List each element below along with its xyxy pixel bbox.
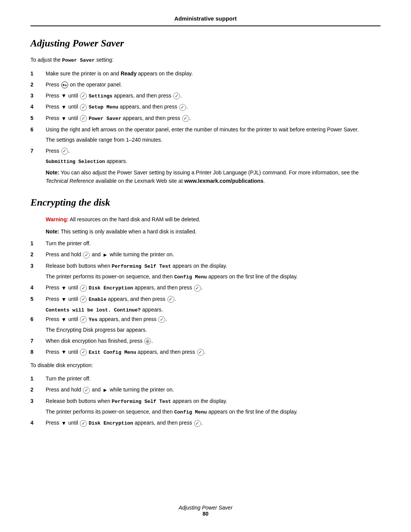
step-content: Press and hold ✓ and ► while turning the… bbox=[46, 386, 381, 394]
step-1-4: 4 Press ▼ until ✓ Setup Menu appears, an… bbox=[30, 103, 381, 111]
step-2-3: 3 Release both buttons when Performing S… bbox=[30, 262, 381, 281]
check-icon: ✓ bbox=[194, 285, 201, 292]
check-icon: ✓ bbox=[80, 316, 87, 323]
step-content: When disk encryption has finished, press… bbox=[46, 337, 381, 345]
step-content: Using the right and left arrows on the o… bbox=[46, 126, 381, 144]
footer-page: 80 bbox=[0, 511, 411, 517]
header-rule bbox=[30, 26, 381, 26]
step-num: 3 bbox=[30, 262, 46, 281]
page-header: Administrative support bbox=[30, 15, 381, 26]
step-content: Press ▼ until ✓ Exit Config Menu appears… bbox=[46, 348, 381, 356]
step-content: Press ▼ until ✓ Enable appears, and then… bbox=[46, 295, 381, 304]
down-arrow-icon: ▼ bbox=[61, 115, 67, 123]
section2-warning: Warning: All resources on the hard disk … bbox=[46, 215, 381, 224]
step-num: 2 bbox=[30, 81, 46, 89]
check-icon: ✓ bbox=[83, 252, 90, 259]
down-arrow-icon: ▼ bbox=[61, 92, 67, 100]
step-1-3: 3 Press ▼ until ✓ Settings appears, and … bbox=[30, 92, 381, 100]
step-2-7: 7 When disk encryption has finished, pre… bbox=[30, 337, 381, 345]
section1-intro: To adjust the Power Saver setting: bbox=[30, 56, 381, 64]
step-2-2: 2 Press and hold ✓ and ► while turning t… bbox=[30, 251, 381, 259]
check-icon: ✓ bbox=[197, 349, 204, 356]
footer-text: Adjusting Power Saver bbox=[0, 505, 411, 511]
down-arrow-icon: ▼ bbox=[61, 284, 67, 292]
step-content: Release both buttons when Performing Sel… bbox=[46, 397, 381, 416]
step-1-5: 5 Press ▼ until ✓ Power Saver appears, a… bbox=[30, 114, 381, 123]
step-num: 3 bbox=[30, 397, 46, 416]
down-arrow-icon: ▼ bbox=[61, 348, 67, 356]
step-num: 2 bbox=[30, 251, 46, 259]
check-icon: ✓ bbox=[80, 349, 87, 356]
step-num: 6 bbox=[30, 315, 46, 334]
step-1-1: 1 Make sure the printer is on and Ready … bbox=[30, 70, 381, 78]
step-content: Press 🗝 on the operator panel. bbox=[46, 81, 381, 89]
section2-note-top: Note: This setting is only available whe… bbox=[46, 227, 381, 236]
step-num: 7 bbox=[30, 337, 46, 345]
key-icon: 🗝 bbox=[61, 81, 68, 88]
check-icon: ✓ bbox=[194, 420, 201, 427]
step-num: 5 bbox=[30, 295, 46, 304]
contents-will-be-lost-line: Contents will be lost. Continue? appears… bbox=[46, 307, 381, 313]
check-icon: ✓ bbox=[61, 148, 68, 155]
step-content: Press ▼ until ✓ Power Saver appears, and… bbox=[46, 114, 381, 123]
down-arrow-icon: ▼ bbox=[61, 103, 67, 111]
step-num: 4 bbox=[30, 103, 46, 111]
step-1-2: 2 Press 🗝 on the operator panel. bbox=[30, 81, 381, 89]
right-arrow-icon: ► bbox=[102, 251, 108, 259]
globe-icon bbox=[144, 338, 151, 345]
submitting-selection-line: Submitting Selection appears. bbox=[46, 158, 381, 165]
section2-title: Encrypting the disk bbox=[30, 197, 381, 208]
step-content: Make sure the printer is on and Ready ap… bbox=[46, 70, 381, 78]
step-content: Press ▼ until ✓ Settings appears, and th… bbox=[46, 92, 381, 100]
note-label: Note: bbox=[46, 169, 59, 176]
step-num: 1 bbox=[30, 70, 46, 78]
down-arrow-icon: ▼ bbox=[61, 296, 67, 304]
step-num: 4 bbox=[30, 284, 46, 292]
step-num: 5 bbox=[30, 114, 46, 123]
step-content: Turn the printer off. bbox=[46, 240, 381, 248]
step-content: Turn the printer off. bbox=[46, 375, 381, 383]
check-icon: ✓ bbox=[158, 316, 165, 323]
step-2-8: 8 Press ▼ until ✓ Exit Config Menu appea… bbox=[30, 348, 381, 356]
step-2-3-sub: The printer performs its power-on sequen… bbox=[46, 273, 381, 281]
step-2-4: 4 Press ▼ until ✓ Disk Encryption appear… bbox=[30, 284, 381, 292]
step-2-1: 1 Turn the printer off. bbox=[30, 240, 381, 248]
check-icon: ✓ bbox=[80, 93, 87, 99]
section2-steps-a-cont: 6 Press ▼ until ✓ Yes appears, and then … bbox=[30, 315, 381, 356]
step-num: 8 bbox=[30, 348, 46, 356]
step-content: Press and hold ✓ and ► while turning the… bbox=[46, 251, 381, 259]
step-content: Press ▼ until ✓ Yes appears, and then pr… bbox=[46, 315, 381, 334]
check-icon: ✓ bbox=[179, 104, 186, 111]
disable-intro: To disable disk encryption: bbox=[30, 361, 381, 369]
step-num: 7 bbox=[30, 147, 46, 155]
step-content: Press ▼ until ✓ Disk Encryption appears,… bbox=[46, 419, 381, 427]
header-title: Administrative support bbox=[174, 15, 237, 24]
section1-title: Adjusting Power Saver bbox=[30, 38, 381, 49]
step-2-5: 5 Press ▼ until ✓ Enable appears, and th… bbox=[30, 295, 381, 304]
step-content: Press ▼ until ✓ Setup Menu appears, and … bbox=[46, 103, 381, 111]
check-icon: ✓ bbox=[83, 387, 90, 394]
step-1-6: 6 Using the right and left arrows on the… bbox=[30, 126, 381, 144]
step-content: Release both buttons when Performing Sel… bbox=[46, 262, 381, 281]
step-content: Press ✓. bbox=[46, 147, 381, 155]
page-footer: Adjusting Power Saver 80 bbox=[0, 505, 411, 517]
step-b-4: 4 Press ▼ until ✓ Disk Encryption appear… bbox=[30, 419, 381, 427]
right-arrow-icon: ► bbox=[102, 386, 108, 394]
step-num: 4 bbox=[30, 419, 46, 427]
section1-note: Note: You can also adjust the Power Save… bbox=[46, 168, 381, 185]
note-label: Note: bbox=[46, 228, 59, 235]
down-arrow-icon: ▼ bbox=[61, 419, 67, 427]
step-num: 1 bbox=[30, 240, 46, 248]
step-num: 3 bbox=[30, 92, 46, 100]
check-icon: ✓ bbox=[80, 296, 87, 303]
step-num: 2 bbox=[30, 386, 46, 394]
section1-steps: 1 Make sure the printer is on and Ready … bbox=[30, 70, 381, 155]
step-b-1: 1 Turn the printer off. bbox=[30, 375, 381, 383]
section2-steps-a: 1 Turn the printer off. 2 Press and hold… bbox=[30, 240, 381, 303]
step-b-3: 3 Release both buttons when Performing S… bbox=[30, 397, 381, 416]
step-content: Press ▼ until ✓ Disk Encryption appears,… bbox=[46, 284, 381, 292]
check-icon: ✓ bbox=[173, 93, 180, 99]
page: Administrative support Adjusting Power S… bbox=[0, 0, 411, 532]
check-icon: ✓ bbox=[80, 115, 87, 122]
section2-steps-b: 1 Turn the printer off. 2 Press and hold… bbox=[30, 375, 381, 427]
